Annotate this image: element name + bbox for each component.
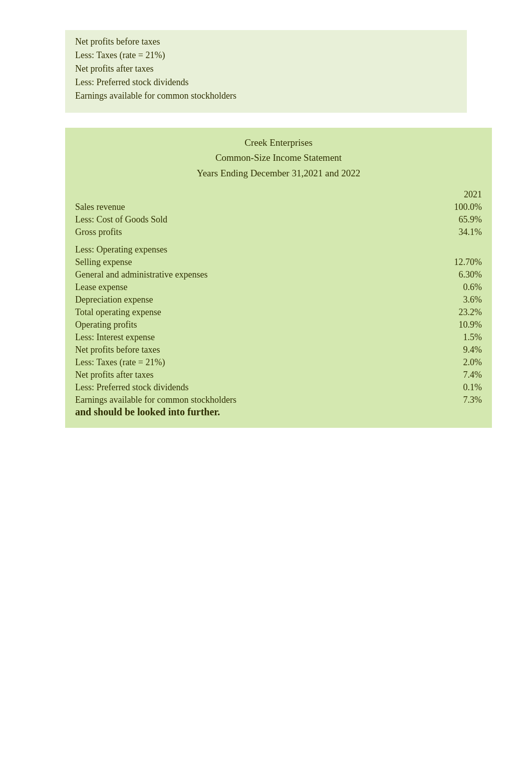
top-label-5: Earnings available for common stockholde…: [75, 91, 457, 101]
label-net-after-taxes: Net profits after taxes: [75, 370, 442, 380]
top-label-4: Less: Preferred stock dividends: [75, 77, 457, 88]
table-row-depreciation: Depreciation expense 3.6%: [75, 294, 482, 306]
overlap-text: and should be looked into further.: [75, 406, 482, 418]
top-row-4: Less: Preferred stock dividends: [75, 76, 457, 89]
value-net-after-taxes: 7.4%: [442, 370, 482, 380]
table-row-operating-profits: Operating profits 10.9%: [75, 319, 482, 331]
top-row-5: Earnings available for common stockholde…: [75, 89, 457, 103]
table-row-lease: Lease expense 0.6%: [75, 281, 482, 294]
table-row-sales-revenue: Sales revenue 100.0%: [75, 201, 482, 213]
table-row-interest: Less: Interest expense 1.5%: [75, 331, 482, 344]
top-section: Net profits before taxes Less: Taxes (ra…: [65, 30, 467, 113]
table-row-net-after-taxes: Net profits after taxes 7.4%: [75, 369, 482, 381]
label-cost-goods: Less: Cost of Goods Sold: [75, 214, 442, 225]
table-row-selling: Selling expense 12.70%: [75, 256, 482, 269]
label-net-before-taxes: Net profits before taxes: [75, 345, 442, 355]
value-taxes: 2.0%: [442, 357, 482, 368]
table-header-row: 2021: [75, 188, 482, 201]
top-label-1: Net profits before taxes: [75, 37, 457, 47]
value-operating-profits: 10.9%: [442, 320, 482, 330]
value-less-operating: [442, 244, 482, 255]
table-row-earnings-common: Earnings available for common stockholde…: [75, 394, 482, 406]
label-depreciation: Depreciation expense: [75, 295, 442, 305]
label-less-operating: Less: Operating expenses: [75, 244, 442, 255]
table-row-cost-goods: Less: Cost of Goods Sold 65.9%: [75, 213, 482, 226]
top-label-2: Less: Taxes (rate = 21%): [75, 50, 457, 61]
value-cost-goods: 65.9%: [442, 214, 482, 225]
value-sales-revenue: 100.0%: [442, 202, 482, 212]
table-row-taxes: Less: Taxes (rate = 21%) 2.0%: [75, 356, 482, 369]
top-row-3: Net profits after taxes: [75, 62, 457, 76]
table-row-gen-admin: General and administrative expenses 6.30…: [75, 269, 482, 281]
label-total-operating: Total operating expense: [75, 307, 442, 318]
value-gross-profits: 34.1%: [442, 227, 482, 237]
label-selling: Selling expense: [75, 257, 442, 268]
top-row-1: Net profits before taxes: [75, 35, 457, 49]
value-gen-admin: 6.30%: [442, 270, 482, 280]
label-sales-revenue: Sales revenue: [75, 202, 442, 212]
top-row-2: Less: Taxes (rate = 21%): [75, 49, 457, 62]
col-header-2021: 2021: [442, 189, 482, 200]
label-preferred-dividends: Less: Preferred stock dividends: [75, 382, 442, 393]
value-selling: 12.70%: [442, 257, 482, 268]
title-line1: Creek Enterprises: [75, 135, 482, 150]
income-table: 2021 Sales revenue 100.0% Less: Cost of …: [75, 188, 482, 418]
value-net-before-taxes: 9.4%: [442, 345, 482, 355]
title-line2: Common-Size Income Statement: [75, 150, 482, 165]
value-total-operating: 23.2%: [442, 307, 482, 318]
value-preferred-dividends: 0.1%: [442, 382, 482, 393]
label-interest: Less: Interest expense: [75, 332, 442, 343]
main-section: Creek Enterprises Common-Size Income Sta…: [65, 128, 492, 428]
label-lease: Lease expense: [75, 282, 442, 293]
value-depreciation: 3.6%: [442, 295, 482, 305]
label-gross-profits: Gross profits: [75, 227, 442, 237]
label-operating-profits: Operating profits: [75, 320, 442, 330]
label-gen-admin: General and administrative expenses: [75, 270, 442, 280]
label-taxes: Less: Taxes (rate = 21%): [75, 357, 442, 368]
table-row-gross-profits: Gross profits 34.1%: [75, 226, 482, 238]
table-row-total-operating: Total operating expense 23.2%: [75, 306, 482, 319]
title-line3: Years Ending December 31,2021 and 2022: [75, 166, 482, 181]
table-row-preferred-dividends: Less: Preferred stock dividends 0.1%: [75, 381, 482, 394]
main-title: Creek Enterprises Common-Size Income Sta…: [75, 135, 482, 181]
value-lease: 0.6%: [442, 282, 482, 293]
top-label-3: Net profits after taxes: [75, 64, 457, 74]
table-row-less-operating: Less: Operating expenses: [75, 243, 482, 256]
label-earnings-common: Earnings available for common stockholde…: [75, 395, 442, 405]
value-earnings-common: 7.3%: [442, 395, 482, 405]
value-interest: 1.5%: [442, 332, 482, 343]
page-wrapper: Net profits before taxes Less: Taxes (ra…: [0, 30, 532, 782]
table-row-net-before-taxes: Net profits before taxes 9.4%: [75, 344, 482, 356]
